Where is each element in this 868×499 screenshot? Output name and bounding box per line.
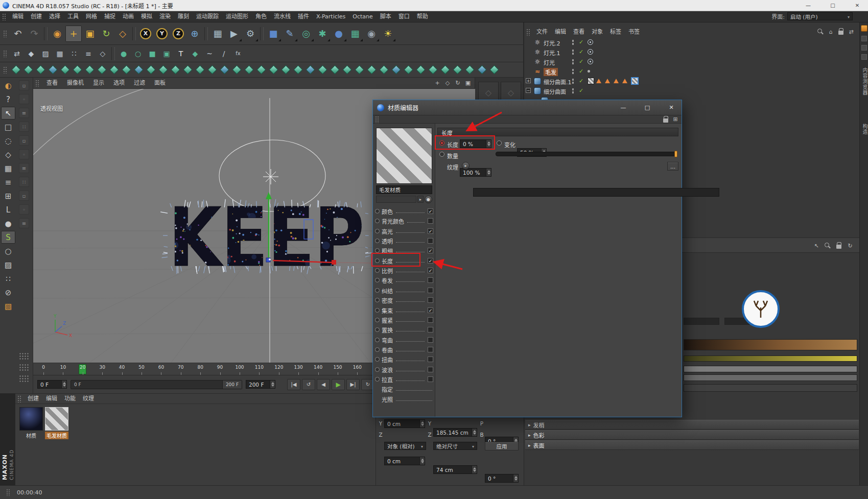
viewport-menu-item[interactable]: 查看 [42, 78, 62, 89]
lock-y-icon[interactable]: Y [154, 26, 170, 42]
redo-icon[interactable]: ↷ [26, 26, 42, 42]
enabled-check-icon[interactable]: ✓ [579, 68, 583, 75]
texture-path-field[interactable] [473, 188, 719, 197]
channel-row[interactable]: 透明 [373, 236, 433, 246]
menubar-item[interactable]: 流水线 [270, 11, 294, 22]
coordinate-position-field[interactable]: 0 cm [384, 457, 425, 465]
channel-row[interactable]: 握紧 [373, 315, 433, 325]
sculpt-tool-icon[interactable]: S [1, 231, 15, 244]
sim-icon-17[interactable] [206, 63, 218, 77]
home-icon[interactable]: ⌂ [827, 28, 835, 36]
channel-radio[interactable] [375, 347, 380, 352]
menubar-grip[interactable] [2, 13, 7, 20]
play-reverse-button[interactable]: ↺ [302, 379, 315, 390]
object-row[interactable]: ≈毛发✓ [524, 67, 859, 76]
sim-icon-30[interactable] [365, 63, 378, 77]
sim-icon-27[interactable] [329, 63, 341, 77]
sim-icon-36[interactable] [439, 63, 451, 77]
render-picture-viewer-icon[interactable]: ▶ [226, 26, 242, 42]
menubar-item[interactable]: 创建 [27, 11, 45, 22]
stripes-tag[interactable] [588, 78, 594, 84]
l-tool-icon[interactable]: L [1, 203, 15, 216]
channel-checkbox[interactable]: ✓ [428, 307, 433, 313]
texture-mode-icon[interactable]: ▨ [38, 46, 53, 61]
sim-icon-23[interactable] [279, 63, 292, 77]
sim-icon-31[interactable] [378, 63, 390, 77]
object-row[interactable]: +细分曲面.1✓ [524, 77, 859, 86]
mograph-icon[interactable]: ✱ [314, 26, 331, 42]
sim-icon-18[interactable] [218, 63, 230, 77]
lock-x-icon[interactable]: X [137, 26, 154, 42]
hair-highlight-gradient[interactable] [684, 355, 857, 362]
visibility-dots[interactable] [572, 59, 574, 65]
channel-row[interactable]: 纠结 [373, 286, 433, 295]
dialog-close-button[interactable]: ✕ [661, 100, 682, 115]
timeline-range-slider[interactable]: 0 F 200 F [71, 380, 242, 389]
lock-icon[interactable] [837, 28, 845, 36]
tri-tag[interactable] [622, 79, 627, 83]
left-sub-icon-6[interactable]: ◦ [19, 149, 29, 159]
sim-icon-14[interactable] [169, 63, 181, 77]
zoom-view-icon[interactable]: ◇ [443, 79, 452, 88]
object-manager-menu-item[interactable]: 书签 [625, 27, 643, 38]
left-sub-icon-2[interactable]: ◦ [19, 94, 29, 104]
target-tag[interactable] [588, 49, 593, 55]
pattern-tool-icon[interactable]: ∷ [1, 272, 15, 285]
points-mode-icon[interactable]: ∷ [67, 46, 81, 61]
tri-tag[interactable] [596, 79, 601, 83]
paint-tool-icon[interactable]: ▨ [1, 258, 15, 271]
sim-icon-35[interactable] [427, 63, 439, 77]
menubar-item[interactable]: 网格 [82, 11, 101, 22]
sim-icon-40[interactable] [488, 63, 500, 77]
variation-keyframe-dot[interactable] [497, 140, 502, 146]
goto-start-button[interactable]: |◀ [287, 379, 300, 390]
live-selection-icon[interactable]: ◉ [49, 26, 65, 42]
snap-sphere-icon[interactable]: ● [116, 46, 131, 61]
tree-expand-toggle[interactable]: + [526, 78, 531, 83]
tree-expand-toggle[interactable]: − [526, 88, 531, 93]
attribute-section-2[interactable]: 色彩 [525, 430, 859, 440]
preview-options-arrow-icon[interactable]: ▸ [417, 196, 424, 203]
visibility-dots[interactable] [572, 68, 574, 75]
menubar-item[interactable]: 脚本 [377, 11, 395, 22]
play-button[interactable]: ▶ [332, 379, 345, 390]
object-row[interactable]: −细分曲面✓ [524, 86, 859, 96]
length-input[interactable]: 0 % [460, 139, 491, 148]
axis-tool-icon[interactable]: ⊞ [1, 189, 15, 202]
texture-arrow-button[interactable]: ▸ [462, 162, 470, 170]
channel-radio[interactable] [375, 308, 380, 313]
channel-radio[interactable] [375, 298, 380, 302]
length-keyframe-dot[interactable] [439, 140, 444, 146]
knife-tool-icon[interactable]: / [217, 46, 231, 61]
slider-knob[interactable] [674, 151, 677, 157]
material-menu-item[interactable]: 纹理 [79, 393, 98, 405]
channel-checkbox[interactable]: ✓ [428, 258, 433, 264]
dock-handle[interactable] [19, 375, 29, 383]
menubar-item[interactable]: 插件 [294, 11, 313, 22]
sim-icon-15[interactable] [181, 63, 194, 77]
attribute-field[interactable] [684, 318, 719, 325]
visibility-dots[interactable] [572, 88, 574, 94]
sim-icon-16[interactable] [194, 63, 206, 77]
channel-checkbox[interactable] [428, 317, 433, 323]
menubar-item[interactable]: 角色 [252, 11, 270, 22]
sim-icon-12[interactable] [145, 63, 157, 77]
polygons-mode-icon[interactable]: ◇ [96, 46, 110, 61]
sim-icon-6[interactable] [71, 63, 83, 77]
target-tag[interactable] [588, 39, 593, 45]
toolbar-grip[interactable] [3, 66, 8, 74]
left-sub-icon-11[interactable]: ≡ [19, 218, 29, 228]
channel-radio[interactable] [375, 377, 380, 382]
quantize-sphere-icon[interactable]: ○ [131, 46, 145, 61]
spinner[interactable] [472, 429, 477, 436]
green-modeling-icon[interactable]: ◆ [188, 46, 202, 61]
minimize-button[interactable]: — [797, 0, 819, 11]
channel-radio[interactable] [375, 248, 380, 253]
dock-tab-icon[interactable] [861, 45, 867, 51]
left-sub-icon-1[interactable]: ▫ [19, 80, 29, 90]
coordinate-system-icon[interactable]: ⊕ [186, 26, 203, 42]
channel-checkbox[interactable] [428, 297, 433, 303]
channel-radio[interactable] [375, 327, 380, 332]
spinner[interactable] [513, 474, 518, 482]
swap-icon[interactable]: ⇄ [847, 28, 855, 36]
